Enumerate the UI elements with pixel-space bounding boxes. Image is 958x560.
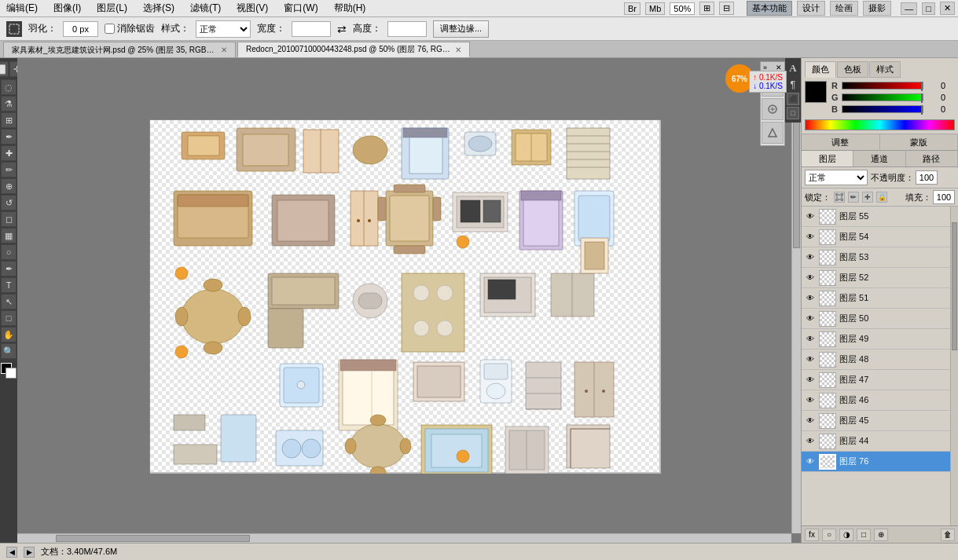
layer-eye-8[interactable]: 👁	[805, 375, 816, 386]
fill-input[interactable]	[933, 190, 955, 204]
layer-mask-btn[interactable]: ○	[822, 529, 836, 541]
canvas-vscrollbar[interactable]	[791, 58, 801, 533]
tool-brush[interactable]: ✏	[1, 162, 17, 178]
tool-hand[interactable]: ✋	[1, 327, 17, 342]
layer-item-2[interactable]: 👁图层 53	[802, 247, 950, 268]
adjust-edge-button[interactable]: 调整边缘...	[433, 20, 489, 38]
layer-fx-btn[interactable]: fx	[805, 529, 819, 541]
style-select[interactable]: 正常	[196, 20, 251, 38]
paragraph-icon[interactable]: ¶	[786, 77, 800, 91]
channels-tab[interactable]: 通道	[853, 151, 905, 167]
tool-history-brush[interactable]: ↺	[1, 195, 17, 210]
lock-position[interactable]: ✛	[862, 192, 873, 203]
layer-item-10[interactable]: 👁图层 45	[802, 411, 950, 431]
window-minimize[interactable]: —	[901, 2, 917, 15]
layer-eye-10[interactable]: 👁	[805, 415, 816, 426]
tool-crop[interactable]: ⊞	[1, 112, 17, 128]
window-close[interactable]: ✕	[940, 2, 955, 15]
menu-item-layer[interactable]: 图层(L)	[94, 0, 130, 16]
layer-item-9[interactable]: 👁图层 46	[802, 390, 950, 411]
menu-item-image[interactable]: 图像(I)	[50, 0, 84, 16]
tool-text[interactable]: T	[1, 277, 17, 293]
float-icon-3[interactable]	[762, 122, 784, 144]
layer-eye-2[interactable]: 👁	[805, 252, 816, 263]
menu-item-window[interactable]: 窗口(W)	[281, 0, 321, 16]
status-nav-next[interactable]: ▶	[24, 547, 35, 558]
g-slider[interactable]	[842, 93, 923, 101]
layer-eye-0[interactable]: 👁	[805, 211, 816, 222]
layer-item-12[interactable]: 👁图层 76	[802, 452, 950, 472]
ws-btn-photo[interactable]: 摄影	[863, 1, 891, 16]
tool-dodge[interactable]: ○	[1, 244, 17, 260]
menu-item-select[interactable]: 选择(S)	[140, 0, 178, 16]
view-icon1[interactable]: ⊞	[699, 2, 714, 15]
ai-icon[interactable]: A	[786, 61, 800, 75]
menu-item-edit[interactable]: 编辑(E)	[3, 0, 41, 16]
layer-item-1[interactable]: 👁图层 54	[802, 227, 950, 247]
r-slider[interactable]	[842, 82, 923, 90]
layer-eye-4[interactable]: 👁	[805, 293, 816, 304]
layer-eye-3[interactable]: 👁	[805, 273, 816, 284]
width-input[interactable]	[292, 21, 331, 37]
layer-eye-1[interactable]: 👁	[805, 232, 816, 243]
zoom-selector[interactable]: 50%	[670, 2, 695, 15]
opacity-input[interactable]	[916, 170, 938, 185]
layers-vscrollbar[interactable]	[950, 207, 958, 525]
layer-delete-btn[interactable]: 🗑	[941, 529, 955, 541]
layer-item-3[interactable]: 👁图层 52	[802, 268, 950, 288]
menu-item-help[interactable]: 帮助(H)	[331, 0, 369, 16]
mb-button[interactable]: Mb	[645, 2, 665, 15]
tool-heal[interactable]: ✚	[1, 145, 17, 161]
menu-item-filter[interactable]: 滤镜(T)	[187, 0, 224, 16]
yuhua-input[interactable]	[63, 21, 98, 37]
br-button[interactable]: Br	[624, 2, 641, 15]
ws-btn-paint[interactable]: 绘画	[830, 1, 858, 16]
layer-eye-5[interactable]: 👁	[805, 313, 816, 324]
layer-item-5[interactable]: 👁图层 50	[802, 309, 950, 329]
right-strip-icon1[interactable]: ⬛	[787, 93, 799, 105]
blend-mode-select[interactable]: 正常	[805, 170, 868, 185]
ws-btn-basic[interactable]: 基本功能	[747, 1, 792, 16]
tool-pen[interactable]: ✒	[1, 261, 17, 276]
tool-path-select[interactable]: ↖	[1, 294, 17, 309]
color-tab-styles[interactable]: 样式	[869, 61, 901, 78]
lock-transparent[interactable]	[834, 192, 845, 203]
tool-clone[interactable]: ⊕	[1, 178, 17, 194]
layer-eye-9[interactable]: 👁	[805, 395, 816, 406]
layer-eye-6[interactable]: 👁	[805, 334, 816, 345]
tab-0[interactable]: 家具素材_埃克思建筑设计网.psd @ 25% (图层 35, RGB/8#) …	[3, 42, 236, 57]
tool-eraser[interactable]: ◻	[1, 211, 17, 227]
tab-1-close[interactable]: ✕	[455, 46, 461, 54]
tab-0-close[interactable]: ✕	[221, 46, 227, 54]
layer-item-11[interactable]: 👁图层 44	[802, 431, 950, 452]
swap-icon[interactable]: ⇄	[337, 23, 347, 35]
layer-eye-11[interactable]: 👁	[805, 436, 816, 447]
lock-image[interactable]: ✏	[848, 192, 859, 203]
tool-eyedropper[interactable]: ✒	[1, 129, 17, 145]
tool-zoom[interactable]: 🔍	[1, 343, 17, 359]
layer-item-0[interactable]: 👁图层 55	[802, 207, 950, 227]
tool-lasso[interactable]: ◌	[1, 79, 17, 95]
status-nav-prev[interactable]: ◀	[6, 547, 17, 558]
layer-item-8[interactable]: 👁图层 47	[802, 370, 950, 390]
layer-eye-7[interactable]: 👁	[805, 354, 816, 365]
view-icon2[interactable]: ⊟	[719, 2, 734, 15]
color-tab-color[interactable]: 颜色	[805, 61, 836, 78]
fg-bg-color[interactable]	[1, 363, 17, 379]
float-icon-2[interactable]	[762, 98, 784, 120]
layers-tab[interactable]: 图层	[802, 151, 853, 167]
layer-adjustment-btn[interactable]: ◑	[839, 529, 853, 541]
color-tab-swatches[interactable]: 色板	[837, 61, 868, 78]
menu-item-view[interactable]: 视图(V)	[233, 0, 271, 16]
tool-gradient[interactable]: ▦	[1, 228, 17, 243]
canvas-hscrollbar[interactable]	[17, 533, 791, 543]
ws-btn-design[interactable]: 设计	[797, 1, 825, 16]
window-maximize[interactable]: □	[922, 2, 935, 15]
right-strip-icon2[interactable]: □	[787, 107, 799, 119]
b-slider[interactable]	[842, 105, 923, 113]
layer-item-4[interactable]: 👁图层 51	[802, 288, 950, 309]
height-input[interactable]	[387, 21, 427, 37]
color-swatch[interactable]	[805, 81, 827, 103]
anti-alias-check[interactable]: 消除锯齿	[105, 22, 155, 35]
tool-marquee-rect[interactable]: ⬜	[0, 61, 9, 77]
